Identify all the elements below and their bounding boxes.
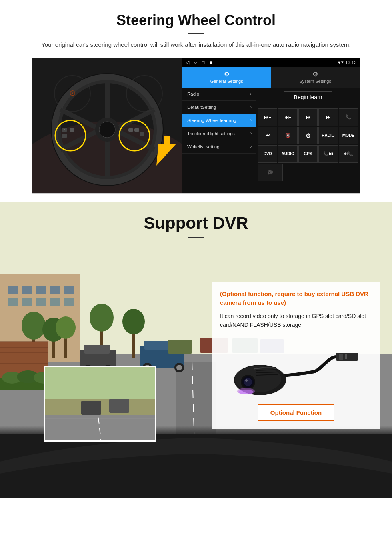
svg-rect-40 [36,298,46,306]
optional-function-button[interactable]: Optional Function [258,404,334,421]
dvr-title-divider [188,237,204,238]
status-bar: ◁ ○ □ ■ ▼ ▾ 13:13 [182,58,360,67]
btn-mute[interactable]: 🔇 [278,127,297,144]
btn-dvd[interactable]: DVD [258,145,277,163]
controls-row-4: 🎥 [258,164,358,181]
btn-radio[interactable]: RADIO [318,127,338,144]
svg-rect-20 [128,128,133,132]
svg-rect-41 [50,298,60,306]
btn-audio[interactable]: AUDIO [278,145,297,163]
settings-tabs: ⚙ General Settings ⚙ System Settings [182,67,360,88]
recents-icon: □ [202,60,204,65]
svg-rect-39 [22,298,32,306]
dvr-camera-image [220,335,372,399]
signal-icon: ▼ [337,60,342,65]
controls-row-2: ↩ 🔇 ⏻ RADIO MODE [258,127,358,144]
btn-mode[interactable]: MODE [339,127,358,144]
svg-text:⊙: ⊙ [69,88,76,97]
back-icon: ◁ [186,60,189,65]
svg-rect-33 [8,286,18,294]
svg-rect-37 [64,286,74,294]
svg-rect-47 [64,336,67,358]
btn-call-prev[interactable]: 📞⏮ [318,145,338,163]
steering-photo: + - ⊙ [32,58,182,193]
btn-vol-up[interactable]: ⏮+ [258,108,277,126]
svg-rect-17 [70,128,74,132]
dvr-title: Support DVR [0,214,392,233]
left-menu: Radio › DefaultSetting › Steering Wheel … [182,88,256,193]
begin-learn-button[interactable]: Begin learn [284,91,332,103]
menu-steering-wheel[interactable]: Steering Wheel learning › [182,114,256,127]
menu-whitelist[interactable]: Whitelist setting › [182,140,256,154]
svg-rect-91 [81,401,101,415]
svg-point-102 [245,379,248,382]
btn-next[interactable]: ⏭ [318,108,338,126]
svg-point-12 [99,122,115,138]
svg-rect-63 [84,345,110,354]
btn-camera[interactable]: 🎥 [258,164,283,181]
menu-radio[interactable]: Radio › [182,88,256,101]
tab-general[interactable]: ⚙ General Settings [182,67,271,88]
svg-rect-42 [64,298,74,306]
btn-prev[interactable]: ⏮ [298,108,318,126]
tab-general-label: General Settings [210,79,243,84]
gear-icon: ⚙ [224,70,230,78]
btn-hangup[interactable]: ↩ [258,127,277,144]
svg-rect-21 [134,128,139,132]
svg-rect-38 [8,298,18,306]
system-icon: ⚙ [312,70,318,78]
title-divider [188,33,204,34]
btn-power[interactable]: ⏻ [298,127,318,144]
dvr-info-box: (Optional function, require to buy exter… [212,282,380,429]
dvr-section: Support DVR (Optional function, require … [0,202,392,498]
screenshot-container: + - ⊙ ◁ ○ □ ■ [32,58,360,194]
svg-rect-96 [345,354,347,359]
svg-point-101 [244,378,252,386]
svg-rect-22 [140,132,144,136]
chevron-steering: › [250,118,252,122]
btn-vol-down[interactable]: ⏮− [278,108,297,126]
btn-call[interactable]: 📞 [339,108,358,126]
dvr-title-overlay: Support DVR [0,214,392,238]
chevron-whitelist: › [250,144,252,149]
btn-next-call[interactable]: ⏭📞 [339,145,358,163]
controls-row-3: DVD AUDIO GPS 📞⏮ ⏭📞 [258,145,358,163]
svg-rect-95 [339,354,343,360]
home-icon: ○ [194,60,197,65]
menu-default-setting[interactable]: DefaultSetting › [182,101,256,114]
menu-tricolour[interactable]: Tricoloured light settings › [182,127,256,140]
svg-point-52 [122,309,145,334]
right-panel: Begin learn ⏮+ ⏮− ⏮ ⏭ 📞 ↩ 🔇 [256,88,360,193]
nav-icons: ◁ ○ □ ■ [186,60,212,65]
tab-system-label: System Settings [300,79,331,84]
svg-point-48 [56,316,76,339]
svg-point-73 [176,365,182,370]
dvr-description: It can record video only to storage in G… [220,312,372,330]
svg-rect-92 [109,399,129,413]
dvr-thumbnail [44,366,156,442]
tab-system[interactable]: ⚙ System Settings [271,67,360,88]
android-ui: ◁ ○ □ ■ ▼ ▾ 13:13 ⚙ General Settings ⚙ S… [182,58,360,193]
menu-icon: ■ [210,60,212,65]
svg-rect-35 [36,286,46,294]
steering-subtitle: Your original car's steering wheel contr… [32,40,360,50]
svg-point-108 [239,390,253,394]
controls-row-1: ⏮+ ⏮− ⏮ ⏭ 📞 [258,108,358,126]
chevron-tricolour: › [250,131,252,136]
chevron-radio: › [250,92,252,96]
controls-grid: ⏮+ ⏮− ⏮ ⏭ 📞 ↩ 🔇 ⏻ RADIO MODE [256,107,360,193]
wifi-icon: ▾ [341,60,344,65]
svg-rect-36 [50,286,60,294]
steering-section: Steering Wheel Control Your original car… [0,0,392,202]
main-content: Radio › DefaultSetting › Steering Wheel … [182,88,360,193]
dvr-optional-text: (Optional function, require to buy exter… [220,290,372,308]
chevron-default: › [250,105,252,109]
svg-rect-89 [45,367,156,399]
steering-title: Steering Wheel Control [16,12,376,29]
btn-gps[interactable]: GPS [298,145,318,163]
time-display: 13:13 [345,60,356,65]
svg-text:+: + [64,128,65,131]
svg-point-44 [22,312,46,340]
svg-point-50 [90,304,114,332]
svg-rect-34 [22,286,32,294]
